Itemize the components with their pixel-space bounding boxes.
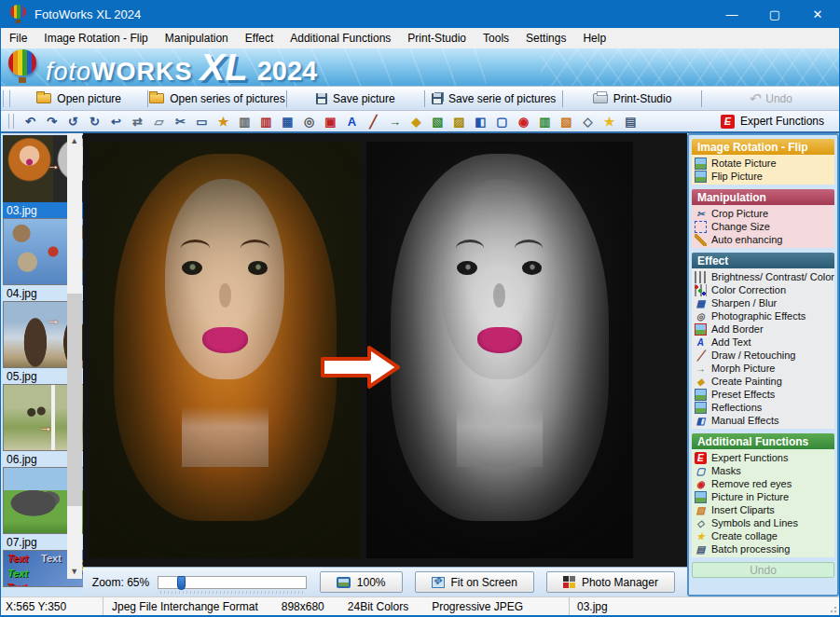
panel-item-auto-enhancing[interactable]: Auto enhancing: [692, 233, 834, 246]
color-correction-icon[interactable]: [255, 112, 277, 131]
menu-manipulation[interactable]: Manipulation: [157, 28, 237, 48]
photographic-effects-icon[interactable]: [298, 112, 320, 131]
menu-help[interactable]: Help: [574, 28, 614, 48]
panel-item-color-correction[interactable]: Color Correction: [692, 283, 834, 296]
expert-functions-button[interactable]: E Expert Functions: [721, 115, 824, 129]
panel-undo-button[interactable]: Undo: [692, 562, 834, 578]
panel-item-manual-effects[interactable]: Manual Effects: [692, 414, 834, 427]
folder-icon: [36, 93, 51, 103]
panel-item-picture-in-picture[interactable]: Picture in Picture: [692, 490, 834, 503]
panel-item-draw-retouching[interactable]: Draw / Retouching: [692, 349, 834, 362]
zoom-slider-thumb[interactable]: [177, 576, 186, 590]
panel-item-crop-picture[interactable]: Crop Picture: [692, 207, 834, 220]
create-painting-icon[interactable]: [406, 112, 427, 131]
auto-enhance-icon[interactable]: [213, 112, 234, 131]
menu-print-studio[interactable]: Print-Studio: [399, 28, 475, 48]
panel-item-insert-cliparts[interactable]: Insert Cliparts: [692, 503, 834, 516]
panel-item-preset-effects[interactable]: Preset Effects: [692, 388, 834, 401]
zoom-100-button[interactable]: 100%: [320, 571, 403, 593]
add-text-icon[interactable]: [341, 112, 363, 131]
rotate-180-icon[interactable]: [105, 112, 127, 131]
panel-item-create-painting[interactable]: Create Painting: [692, 375, 834, 388]
panel-item-expert-functions[interactable]: Expert Functions: [692, 451, 834, 464]
magic-wand-icon: [695, 234, 707, 246]
create-collage-icon[interactable]: [599, 112, 620, 131]
panel-item-batch-processing[interactable]: Batch processing: [692, 542, 834, 555]
save-picture-button[interactable]: Save picture: [287, 87, 424, 110]
menu-additional-functions[interactable]: Additional Functions: [282, 28, 399, 48]
scroll-up-icon[interactable]: ▲: [67, 133, 82, 148]
menu-effect[interactable]: Effect: [237, 28, 282, 48]
batch-processing-icon[interactable]: [620, 112, 641, 131]
menu-file[interactable]: File: [1, 28, 35, 48]
rotate-ccw-icon[interactable]: [62, 112, 84, 131]
photo-manager-button[interactable]: Photo Manager: [546, 571, 675, 593]
sliders-icon: [695, 271, 707, 283]
menu-settings[interactable]: Settings: [517, 28, 574, 48]
morph-picture-icon[interactable]: [384, 112, 406, 131]
zoom-100-icon: [337, 577, 351, 588]
panel-items-additional: Expert Functions Masks Remove red eyes P…: [692, 449, 834, 557]
panel-item-photographic-effects[interactable]: Photographic Effects: [692, 309, 834, 322]
panel-item-create-collage[interactable]: Create collage: [692, 529, 834, 542]
rotate-right-90-icon[interactable]: [41, 112, 62, 131]
panel-item-brightness-contrast-color[interactable]: Brightness/ Contrast/ Color: [692, 270, 834, 283]
maximize-button[interactable]: ▢: [753, 0, 796, 28]
remove-red-eyes-icon[interactable]: [513, 112, 534, 131]
panel-item-morph-picture[interactable]: Morph Picture: [692, 362, 834, 375]
resize-frame-icon[interactable]: [191, 112, 213, 131]
add-border-icon[interactable]: [320, 112, 341, 131]
editing-canvas[interactable]: [83, 133, 687, 567]
panel-item-add-border[interactable]: Add Border: [692, 322, 834, 336]
print-studio-button[interactable]: Print-Studio: [563, 87, 700, 110]
close-button[interactable]: ✕: [796, 0, 839, 28]
panel-item-symbols-and-lines[interactable]: Symbols and Lines: [692, 516, 834, 529]
item-label: Create collage: [711, 530, 778, 542]
undo-icon: ↶: [749, 91, 761, 105]
minimize-button[interactable]: —: [710, 0, 753, 28]
rotate-cw-icon[interactable]: [84, 112, 105, 131]
panel-item-reflections[interactable]: Reflections: [692, 401, 834, 414]
masks-icon[interactable]: [491, 112, 513, 131]
scrollbar-thumb[interactable]: [67, 294, 82, 506]
panel-item-masks[interactable]: Masks: [692, 464, 834, 477]
brightness-contrast-icon[interactable]: [234, 112, 255, 131]
undo-button[interactable]: ↶Undo: [702, 87, 839, 110]
reflections-icon[interactable]: [448, 112, 470, 131]
flip-icon[interactable]: [127, 112, 148, 131]
menu-image-rotation-flip[interactable]: Image Rotation - Flip: [35, 28, 156, 48]
symbols-lines-icon[interactable]: [577, 112, 599, 131]
manual-effects-icon[interactable]: [470, 112, 491, 131]
fit-on-screen-button[interactable]: Fit on Screen: [415, 571, 534, 593]
draw-retouching-icon[interactable]: [363, 112, 384, 131]
panel-item-add-text[interactable]: Add Text: [692, 336, 834, 349]
sharpen-blur-icon[interactable]: [277, 112, 298, 131]
crop-icon[interactable]: [170, 112, 191, 131]
zoom-slider[interactable]: [158, 576, 307, 589]
rotate-left-90-icon[interactable]: [20, 112, 41, 131]
save-series-button[interactable]: Save serie of pictures: [425, 87, 562, 110]
panel-item-change-size[interactable]: Change Size: [692, 220, 834, 233]
panel-item-remove-red-eyes[interactable]: Remove red eyes: [692, 477, 834, 490]
perspective-icon[interactable]: [148, 112, 170, 131]
open-picture-button[interactable]: Open picture: [10, 87, 147, 110]
zoom-level-label: Zoom: 65%: [92, 576, 158, 589]
logo-balloon-icon: [7, 49, 38, 85]
text-icon: [695, 336, 707, 349]
panel-item-sharpen-blur[interactable]: Sharpen / Blur: [692, 296, 834, 309]
panel-item-flip-picture[interactable]: Flip Picture: [692, 170, 834, 183]
open-series-button[interactable]: Open series of pictures: [148, 87, 285, 110]
picture-in-picture-icon[interactable]: [534, 112, 556, 131]
sidebar-scrollbar[interactable]: ▲ ▼: [67, 133, 82, 579]
floppy-multi-icon: [432, 93, 443, 104]
scroll-down-icon[interactable]: ▼: [67, 564, 82, 579]
cursor-coordinates: X:565 Y:350: [1, 597, 103, 615]
resize-grip-icon[interactable]: [828, 604, 837, 613]
text-overlay: Text: [7, 568, 28, 579]
insert-cliparts-icon[interactable]: [556, 112, 577, 131]
item-label: Reflections: [711, 402, 762, 413]
eye-shape: [182, 261, 202, 275]
menu-tools[interactable]: Tools: [475, 28, 517, 48]
panel-item-rotate-picture[interactable]: Rotate Picture: [692, 157, 834, 170]
preset-effects-icon[interactable]: [427, 112, 448, 131]
